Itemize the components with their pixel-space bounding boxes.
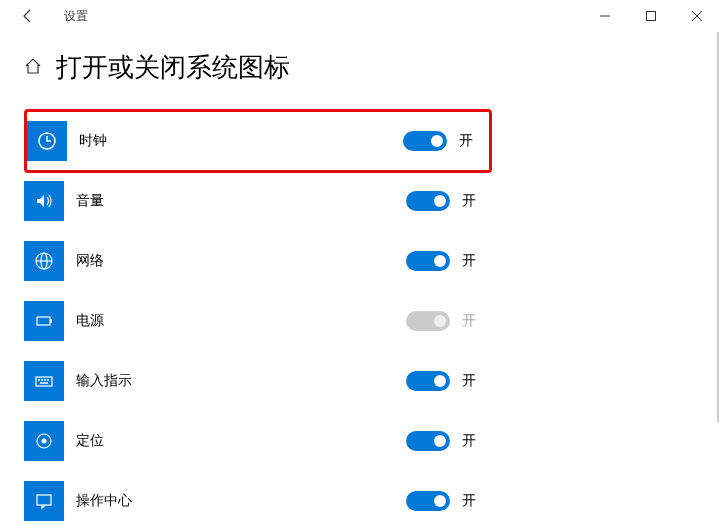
label-location: 定位 xyxy=(76,432,406,450)
toggle-knob xyxy=(434,495,446,507)
home-icon[interactable] xyxy=(24,57,42,79)
label-clock: 时钟 xyxy=(79,132,403,150)
toggle-clock[interactable] xyxy=(403,131,447,151)
toggle-knob xyxy=(434,435,446,447)
toggle-knob xyxy=(434,375,446,387)
svg-rect-7 xyxy=(50,319,52,323)
settings-list: 时钟 开 音量 开 网络 开 电源 开 xyxy=(24,109,492,524)
clock-icon xyxy=(27,121,67,161)
scrollbar-thumb[interactable] xyxy=(717,32,719,422)
action-center-icon xyxy=(24,481,64,521)
toggle-action-center[interactable] xyxy=(406,491,450,511)
svg-point-15 xyxy=(42,439,47,444)
maximize-button[interactable] xyxy=(628,0,674,32)
state-power: 开 xyxy=(462,312,492,330)
row-volume: 音量 开 xyxy=(24,171,492,231)
toggle-volume[interactable] xyxy=(406,191,450,211)
svg-rect-16 xyxy=(37,495,51,505)
state-volume: 开 xyxy=(462,192,492,210)
row-action-center: 操作中心 开 xyxy=(24,471,492,524)
scrollbar[interactable] xyxy=(716,32,720,524)
close-button[interactable] xyxy=(674,0,720,32)
svg-rect-1 xyxy=(647,12,656,21)
toggle-knob xyxy=(434,255,446,267)
minimize-button[interactable] xyxy=(582,0,628,32)
page-title: 打开或关闭系统图标 xyxy=(56,50,290,85)
row-input: 输入指示 开 xyxy=(24,351,492,411)
globe-icon xyxy=(24,241,64,281)
toggle-power xyxy=(406,311,450,331)
toggle-knob xyxy=(434,315,446,327)
label-action-center: 操作中心 xyxy=(76,492,406,510)
label-network: 网络 xyxy=(76,252,406,270)
state-network: 开 xyxy=(462,252,492,270)
toggle-knob xyxy=(434,195,446,207)
app-title: 设置 xyxy=(64,8,88,25)
row-network: 网络 开 xyxy=(24,231,492,291)
label-input: 输入指示 xyxy=(76,372,406,390)
label-power: 电源 xyxy=(76,312,406,330)
row-location: 定位 开 xyxy=(24,411,492,471)
window-controls xyxy=(582,0,720,32)
toggle-network[interactable] xyxy=(406,251,450,271)
arrow-left-icon xyxy=(20,8,36,24)
maximize-icon xyxy=(646,11,656,21)
svg-rect-8 xyxy=(36,377,52,386)
header-row: 打开或关闭系统图标 xyxy=(24,50,696,85)
volume-icon xyxy=(24,181,64,221)
titlebar: 设置 xyxy=(0,0,720,32)
row-power: 电源 开 xyxy=(24,291,492,351)
state-clock: 开 xyxy=(459,132,489,150)
close-icon xyxy=(692,11,702,21)
label-volume: 音量 xyxy=(76,192,406,210)
battery-icon xyxy=(24,301,64,341)
location-icon xyxy=(24,421,64,461)
back-button[interactable] xyxy=(12,0,44,32)
keyboard-icon xyxy=(24,361,64,401)
toggle-location[interactable] xyxy=(406,431,450,451)
toggle-knob xyxy=(431,135,443,147)
state-action-center: 开 xyxy=(462,492,492,510)
row-clock: 时钟 开 xyxy=(24,109,492,173)
minimize-icon xyxy=(600,11,610,21)
svg-rect-6 xyxy=(37,317,50,325)
state-location: 开 xyxy=(462,432,492,450)
toggle-input[interactable] xyxy=(406,371,450,391)
content: 打开或关闭系统图标 时钟 开 音量 开 网络 开 xyxy=(0,32,720,524)
state-input: 开 xyxy=(462,372,492,390)
